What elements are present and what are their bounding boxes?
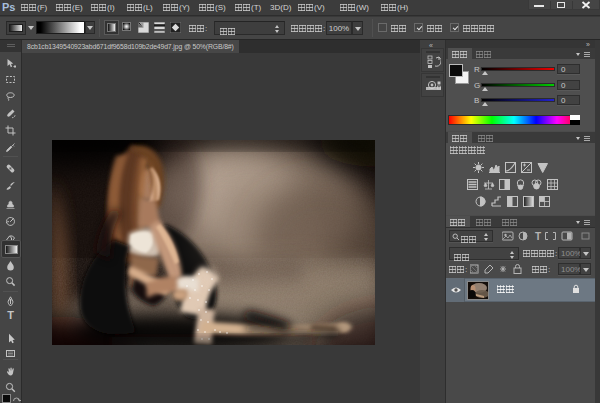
svg-text:T: T	[535, 231, 541, 242]
